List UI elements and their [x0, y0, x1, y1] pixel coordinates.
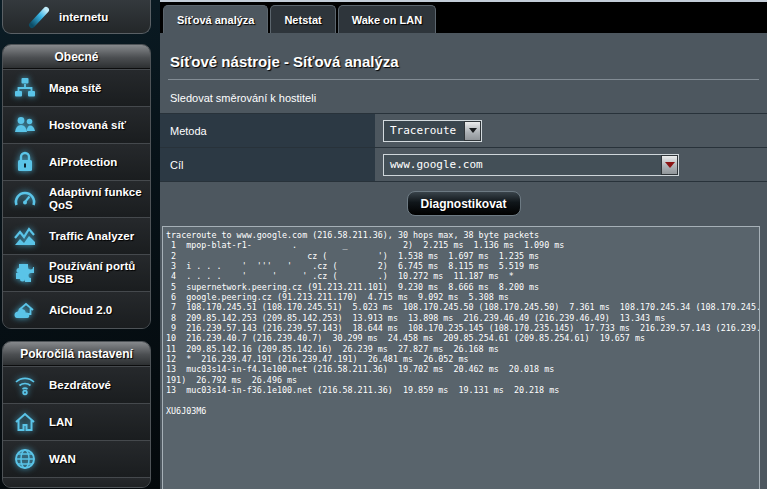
diagnose-button[interactable]: Diagnostikovat: [407, 191, 521, 216]
sidebar-item-usb-application[interactable]: Používání portů USB: [3, 254, 150, 291]
puzzle-icon: [10, 260, 40, 286]
sidebar-item-label: AiCloud 2.0: [49, 304, 112, 317]
sidebar-item-aicloud[interactable]: AiCloud 2.0: [3, 291, 150, 328]
guest-network-icon: [10, 112, 40, 138]
sidebar-item-network-map[interactable]: Mapa sítě: [3, 69, 150, 106]
chevron-down-red-icon: [665, 162, 675, 168]
target-input-value: www.google.com: [384, 155, 661, 175]
lock-icon: [10, 149, 40, 175]
method-select-value: Traceroute: [384, 121, 464, 141]
router-admin-screen: internetu Obecné Mapa sítě: [0, 0, 767, 489]
page-subtitle: Sledovat směrování k hostiteli: [170, 92, 757, 104]
target-dropdown-arrow[interactable]: [661, 155, 678, 175]
sidebar-item-wireless[interactable]: Bezdrátové: [3, 366, 150, 403]
globe-icon: [10, 446, 40, 472]
wifi-icon: [10, 372, 40, 398]
target-label: Cíl: [160, 148, 375, 181]
sidebar-item-label: Adaptivní funkce QoS: [49, 186, 146, 212]
page-title: Síťové nástroje - Síťová analýza: [170, 53, 757, 70]
tab-netstat[interactable]: Netstat: [270, 5, 335, 34]
sidebar-item-label: WAN: [49, 453, 76, 466]
method-label: Metoda: [160, 114, 375, 147]
tab-wake-on-lan[interactable]: Wake on LAN: [338, 5, 437, 34]
target-input[interactable]: www.google.com: [383, 154, 679, 176]
sidebar-section-general: Obecné Mapa sítě: [2, 44, 151, 329]
sidebar-item-lan[interactable]: LAN: [3, 403, 150, 440]
quick-setup-icon: [27, 5, 51, 29]
sidebar-item-label: LAN: [49, 416, 73, 429]
diagnostic-form: Metoda Traceroute Cíl www.google.com: [160, 113, 767, 182]
sidebar-item-wan[interactable]: WAN: [3, 440, 150, 477]
sidebar-item-label: Bezdrátové: [49, 379, 111, 392]
gauge-icon: [10, 186, 40, 212]
method-select[interactable]: Traceroute: [383, 120, 482, 142]
tab-network-analysis[interactable]: Síťová analýza: [163, 5, 268, 34]
sidebar-item-guest-network[interactable]: Hostovaná síť: [3, 106, 150, 143]
sidebar: internetu Obecné Mapa sítě: [0, 0, 160, 489]
sidebar-item-traffic-analyzer[interactable]: Traffic Analyzer: [3, 217, 150, 254]
main-content: Síťová analýza Netstat Wake on LAN Síťov…: [160, 0, 767, 489]
sidebar-item-aiprotection[interactable]: AiProtection: [3, 143, 150, 180]
top-border-line: [160, 0, 767, 2]
sidebar-item-partial[interactable]: [3, 477, 150, 487]
sidebar-section-advanced-title: Pokročilá nastavení: [3, 342, 150, 366]
traffic-chart-icon: [10, 223, 40, 249]
sidebar-item-label: Používání portů USB: [49, 260, 146, 286]
target-row: Cíl www.google.com: [160, 148, 767, 182]
sidebar-item-label: Traffic Analyzer: [49, 230, 134, 243]
house-icon: [10, 409, 40, 435]
network-map-icon: [10, 75, 40, 101]
content-panel: Síťové nástroje - Síťová analýza Sledova…: [160, 33, 767, 489]
traceroute-output[interactable]: traceroute to www.google.com (216.58.211…: [162, 226, 760, 489]
sidebar-item-quick-internet-setup[interactable]: internetu: [2, 0, 151, 34]
sidebar-item-label: Hostovaná síť: [49, 119, 126, 132]
sidebar-item-label: internetu: [59, 11, 108, 23]
cloud-icon: [10, 297, 40, 323]
title-divider: [168, 79, 759, 80]
sidebar-item-label: Mapa sítě: [49, 82, 101, 95]
sidebar-item-adaptive-qos[interactable]: Adaptivní funkce QoS: [3, 180, 150, 217]
tab-bar: Síťová analýza Netstat Wake on LAN: [163, 5, 438, 34]
method-row: Metoda Traceroute: [160, 114, 767, 148]
sidebar-section-advanced: Pokročilá nastavení Bezdrátové LAN: [2, 341, 151, 488]
chevron-down-icon: [469, 128, 477, 133]
method-select-arrow[interactable]: [464, 121, 481, 141]
sidebar-item-label: AiProtection: [49, 156, 117, 169]
sidebar-section-general-title: Obecné: [3, 45, 150, 69]
